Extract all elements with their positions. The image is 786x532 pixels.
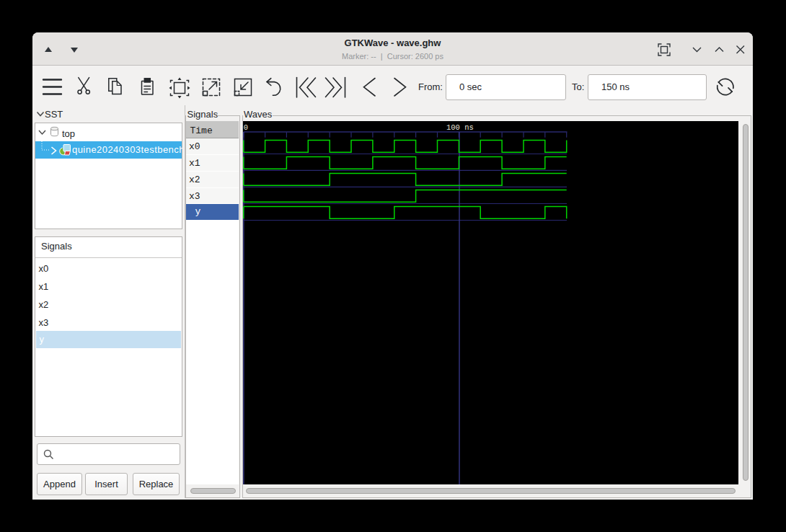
svg-text:100 ns: 100 ns — [446, 123, 474, 132]
svg-text:0: 0 — [243, 123, 247, 132]
